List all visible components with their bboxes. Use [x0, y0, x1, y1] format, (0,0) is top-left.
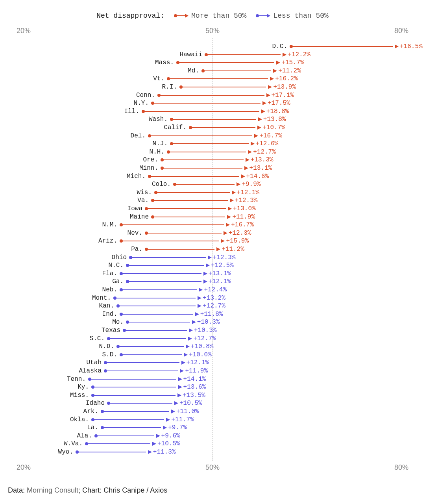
data-row: N.C.+12.5% [24, 261, 401, 269]
change-label: +18.8% [266, 108, 289, 115]
arrow-head-icon [258, 117, 262, 121]
state-label: Okla. [70, 416, 89, 423]
change-label: +11.8% [200, 311, 223, 318]
arrow-head-icon [270, 77, 274, 81]
state-label: Ala. [77, 432, 92, 439]
data-row: Del.+16.7% [24, 132, 401, 140]
arrow-head-icon [203, 280, 207, 284]
change-label: +15.9% [226, 237, 249, 245]
change-line [175, 184, 235, 185]
change-line [162, 168, 242, 169]
arrow-head-icon [148, 450, 152, 454]
change-label: +13.8% [263, 116, 286, 123]
arrow-head-icon [227, 215, 231, 219]
state-label: Wis. [137, 189, 152, 196]
state-label: S.D. [102, 351, 117, 358]
data-row: Mont.+13.2% [24, 294, 401, 302]
x-tick-bot-80: 80% [394, 463, 408, 472]
change-line [121, 289, 197, 290]
change-label: +10.3% [197, 319, 220, 326]
state-label: Ore. [143, 156, 158, 163]
state-label: Mich. [127, 173, 146, 180]
data-row: Conn.+17.1% [24, 91, 401, 99]
state-label: Ill. [124, 108, 139, 115]
state-label: Pa. [131, 246, 142, 253]
change-line [87, 443, 150, 444]
state-label: Idaho [86, 400, 105, 407]
change-label: +12.7% [253, 148, 276, 156]
arrow-head-icon [221, 239, 225, 243]
arrow-head-icon [178, 385, 182, 389]
state-label: Ariz. [98, 237, 117, 245]
data-row: Wyo.+11.3% [24, 448, 401, 456]
data-row: Fla.+13.1% [24, 270, 401, 278]
state-label: Del. [131, 132, 146, 139]
data-row: Alaska+11.9% [24, 367, 401, 375]
change-label: +10.7% [262, 124, 285, 131]
data-row: Ga.+12.1% [24, 278, 401, 285]
arrow-head-icon [232, 191, 236, 195]
change-label: +13.0% [233, 205, 256, 212]
change-line [77, 452, 146, 452]
change-label: +16.7% [259, 132, 282, 139]
data-row: Okla.+11.7% [24, 416, 401, 424]
data-row: W.Va.+10.5% [24, 440, 401, 448]
change-line [150, 176, 239, 177]
arrow-head-icon [241, 174, 245, 178]
change-label: +11.9% [232, 213, 255, 220]
data-row: Md.+11.2% [24, 67, 401, 75]
change-line [93, 395, 176, 396]
arrow-head-icon [251, 142, 255, 146]
data-row: N.M.+16.7% [24, 221, 401, 229]
change-line [121, 314, 193, 315]
data-row: Wash.+13.8% [24, 115, 401, 123]
change-line [168, 78, 268, 79]
data-row: N.J.+12.6% [24, 140, 401, 148]
state-label: Colo. [152, 181, 171, 188]
rows-container: D.C.+16.5%Hawaii+12.2%Mass.+15.7%Md.+11.… [24, 43, 401, 456]
legend-swatch-more-icon [174, 15, 188, 16]
change-label: +11.0% [176, 408, 199, 415]
state-label: Ind. [102, 311, 117, 318]
data-row: Nev.+12.3% [24, 229, 401, 237]
arrow-head-icon [208, 256, 212, 259]
change-line [102, 427, 161, 428]
change-label: +12.3% [235, 197, 258, 204]
state-label: Md. [188, 67, 199, 74]
change-label: +12.6% [256, 140, 279, 147]
change-line [105, 362, 179, 363]
change-line [115, 298, 196, 298]
state-label: Miss. [70, 392, 89, 399]
x-tick-top-80: 80% [394, 27, 408, 35]
data-row: Ore.+13.3% [24, 156, 401, 164]
data-row: Calif.+10.7% [24, 124, 401, 132]
arrow-head-icon [230, 198, 234, 202]
arrow-head-icon [198, 304, 201, 308]
state-label: Va. [137, 197, 149, 204]
legend-label-more: More than 50% [191, 12, 246, 20]
credit-sep: ; [78, 486, 82, 494]
legend-title: Net disapproval: [96, 12, 164, 20]
change-line [153, 200, 228, 201]
data-row: N.D.+10.8% [24, 343, 401, 350]
change-label: +10.8% [191, 343, 214, 350]
state-label: Ga. [112, 278, 124, 285]
chart-credit: Data: Morning Consult; Chart: Chris Cani… [8, 486, 167, 495]
credit-source-link[interactable]: Morning Consult [27, 486, 78, 494]
change-label: +11.2% [222, 246, 244, 253]
state-label: Fla. [102, 270, 117, 277]
data-row: Texas+10.3% [24, 326, 401, 334]
state-label: Ark. [83, 408, 98, 415]
data-row: S.C.+12.7% [24, 335, 401, 343]
change-label: +12.5% [211, 262, 234, 269]
state-label: N.J. [153, 140, 168, 147]
x-tick-bot-20: 20% [17, 463, 31, 472]
change-line [128, 265, 204, 266]
credit-prefix: Data: [8, 486, 27, 494]
data-row: Colo.+9.9% [24, 180, 401, 188]
state-label: Ky. [78, 384, 89, 391]
data-row: Va.+12.3% [24, 196, 401, 204]
state-label: Ohio [112, 254, 127, 261]
arrow-head-icon [177, 393, 181, 397]
state-label: Texas [102, 327, 120, 334]
